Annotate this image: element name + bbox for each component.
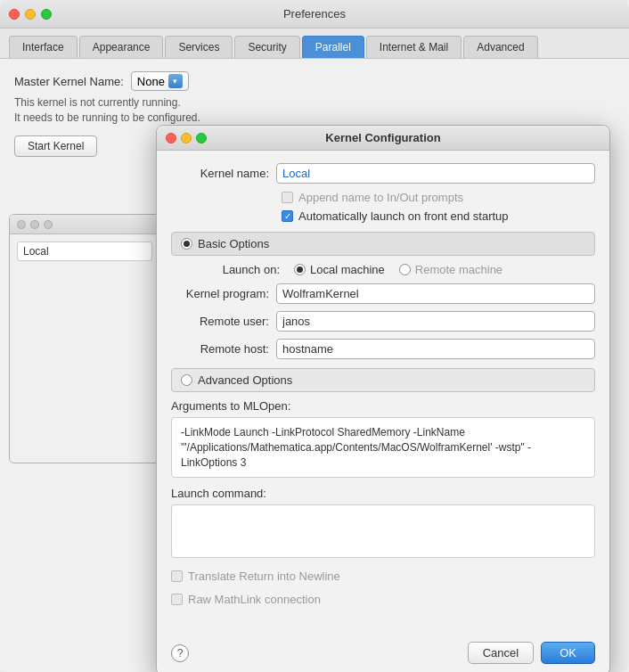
kernel-name-label: Kernel name:	[171, 167, 269, 180]
help-button[interactable]: ?	[171, 644, 189, 662]
advanced-options-section[interactable]: Advanced Options	[171, 368, 595, 392]
kernel-program-label: Kernel program:	[171, 287, 269, 300]
kernel-list-window: Local	[9, 214, 160, 463]
title-bar: Preferences	[0, 0, 629, 29]
master-kernel-label: Master Kernel Name:	[14, 75, 124, 88]
basic-options-label: Basic Options	[198, 237, 269, 250]
sub-close-icon[interactable]	[17, 220, 26, 229]
tab-security[interactable]: Security	[234, 36, 299, 58]
arguments-label: Arguments to MLOpen:	[171, 399, 595, 413]
kernel-name-input[interactable]	[276, 163, 595, 184]
auto-launch-label: Automatically launch on front end startu…	[298, 209, 509, 223]
dialog-body: Kernel name: Append name to In/Out promp…	[157, 151, 609, 635]
traffic-lights	[9, 9, 52, 20]
translate-return-checkbox[interactable]	[171, 570, 183, 582]
raw-mathlink-label: Raw MathLink connection	[188, 593, 321, 606]
advanced-options-label: Advanced Options	[198, 373, 292, 387]
tab-interface[interactable]: Interface	[9, 36, 78, 58]
remote-user-row: Remote user:	[171, 311, 595, 332]
local-machine-label: Local machine	[310, 263, 385, 276]
kernel-program-row: Kernel program:	[171, 283, 595, 304]
remote-user-input[interactable]	[276, 311, 595, 332]
remote-user-label: Remote user:	[171, 315, 269, 328]
dialog-footer: ? Cancel OK	[157, 635, 609, 672]
dialog-title-bar: Kernel Configuration	[157, 126, 609, 151]
auto-launch-checkbox[interactable]	[282, 210, 293, 222]
mlopen-arguments: -LinkMode Launch -LinkProtocol SharedMem…	[171, 417, 595, 478]
translate-return-label: Translate Return into Newline	[188, 570, 340, 583]
remote-host-input[interactable]	[276, 339, 595, 359]
dialog-minimize-button[interactable]	[181, 133, 192, 143]
zoom-button[interactable]	[41, 9, 52, 20]
master-kernel-dropdown[interactable]: None ▾	[131, 71, 189, 91]
launch-command-textarea[interactable]	[171, 504, 595, 558]
info-line2: It needs to be running to be configured.	[14, 111, 615, 124]
sub-window-content: Local	[10, 234, 159, 268]
close-button[interactable]	[9, 9, 20, 20]
tab-bar: Interface Appearance Services Security P…	[0, 29, 629, 59]
ok-button[interactable]: OK	[541, 642, 595, 664]
basic-options-section[interactable]: Basic Options	[171, 232, 595, 256]
master-kernel-value: None	[137, 75, 165, 88]
info-line1: This kernel is not currently running.	[14, 96, 615, 109]
kernel-program-input[interactable]	[276, 283, 595, 304]
raw-mathlink-checkbox[interactable]	[171, 594, 183, 605]
launch-command-label: Launch command:	[171, 487, 595, 500]
remote-host-row: Remote host:	[171, 339, 595, 359]
append-checkbox-row: Append name to In/Out prompts	[171, 191, 595, 204]
kernel-list-item[interactable]: Local	[17, 242, 152, 261]
dialog-zoom-button[interactable]	[196, 133, 207, 143]
tab-advanced[interactable]: Advanced	[463, 36, 537, 58]
cancel-button[interactable]: Cancel	[468, 642, 534, 664]
remote-host-label: Remote host:	[171, 342, 269, 356]
tab-internet-mail[interactable]: Internet & Mail	[366, 36, 462, 58]
sub-minimize-icon[interactable]	[30, 220, 39, 229]
kernel-name-row: Kernel name:	[171, 163, 595, 184]
launch-on-label: Launch on:	[217, 263, 280, 276]
append-checkbox[interactable]	[282, 192, 293, 203]
sub-zoom-icon[interactable]	[44, 220, 53, 229]
minimize-button[interactable]	[25, 9, 36, 20]
window-title: Preferences	[283, 7, 346, 20]
dialog-title: Kernel Configuration	[325, 131, 440, 144]
sub-window-title-bar	[10, 215, 159, 234]
basic-options-radio[interactable]	[181, 238, 192, 250]
local-machine-radio[interactable]	[294, 264, 306, 275]
tab-services[interactable]: Services	[165, 36, 233, 58]
auto-launch-checkbox-row: Automatically launch on front end startu…	[171, 209, 595, 223]
remote-machine-label: Remote machine	[415, 263, 502, 276]
kernel-config-dialog: Kernel Configuration Kernel name: Append…	[156, 125, 610, 672]
preferences-window: Preferences Interface Appearance Service…	[0, 0, 629, 672]
advanced-options-radio[interactable]	[181, 374, 192, 386]
local-machine-option[interactable]: Local machine	[294, 263, 385, 276]
remote-machine-option[interactable]: Remote machine	[399, 263, 502, 276]
tab-parallel[interactable]: Parallel	[302, 36, 364, 58]
master-kernel-row: Master Kernel Name: None ▾	[14, 71, 615, 91]
bottom-checkboxes: Translate Return into Newline Raw MathLi…	[171, 570, 595, 611]
launch-on-row: Launch on: Local machine Remote machine	[171, 263, 595, 276]
dropdown-arrow-icon: ▾	[168, 74, 183, 88]
remote-machine-radio[interactable]	[399, 264, 411, 275]
dialog-close-button[interactable]	[166, 133, 176, 143]
translate-return-row: Translate Return into Newline	[171, 570, 595, 583]
raw-mathlink-row: Raw MathLink connection	[171, 593, 595, 606]
start-kernel-button[interactable]: Start Kernel	[14, 135, 97, 157]
append-label: Append name to In/Out prompts	[298, 191, 463, 204]
tab-appearance[interactable]: Appearance	[79, 36, 164, 58]
dialog-traffic-lights	[166, 133, 207, 143]
